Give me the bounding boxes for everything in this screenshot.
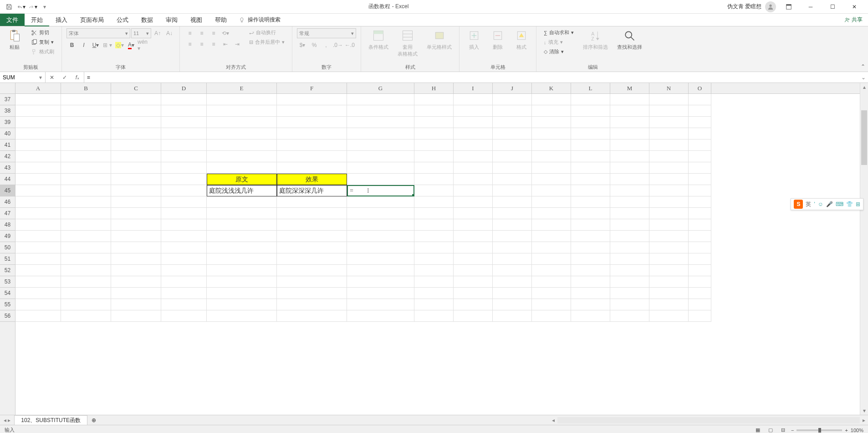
cell-J47[interactable] [493,208,532,219]
cell-N41[interactable] [649,139,689,151]
add-sheet-button[interactable]: ⊕ [87,415,100,425]
cell-G47[interactable] [347,208,414,219]
cell-G39[interactable] [347,117,414,128]
cell-L52[interactable] [571,265,610,276]
cell-B38[interactable] [61,105,111,117]
cell-M53[interactable] [610,276,649,288]
page-layout-view-button[interactable]: ▢ [766,426,776,433]
currency-button[interactable]: $▾ [297,40,308,50]
cell-L53[interactable] [571,276,610,288]
cell-J50[interactable] [493,242,532,253]
cell-I55[interactable] [454,299,493,310]
phonetic-button[interactable]: wén ▾ [138,40,148,50]
cell-A37[interactable] [15,94,61,105]
cell-F55[interactable] [277,299,347,310]
normal-view-button[interactable]: ▦ [753,426,763,433]
cell-A49[interactable] [15,231,61,242]
cell-K45[interactable] [532,185,571,196]
cell-L44[interactable] [571,174,610,185]
cell-E43[interactable] [207,162,277,174]
cell-D46[interactable] [161,196,207,208]
cell-I48[interactable] [454,219,493,231]
cell-J48[interactable] [493,219,532,231]
cell-B56[interactable] [61,310,111,322]
cell-K54[interactable] [532,288,571,299]
cell-E51[interactable] [207,253,277,265]
cell-H44[interactable] [414,174,454,185]
cell-F45[interactable]: 庭院深深深几许 [277,185,347,196]
row-header[interactable]: 39 [0,117,15,128]
row-header[interactable]: 55 [0,299,15,310]
cell-N54[interactable] [649,288,689,299]
cell-F54[interactable] [277,288,347,299]
page-break-view-button[interactable]: ⊟ [778,426,788,433]
row-header[interactable]: 51 [0,253,15,265]
cell-N55[interactable] [649,299,689,310]
cell-E38[interactable] [207,105,277,117]
cell-A56[interactable] [15,310,61,322]
cell-H46[interactable] [414,196,454,208]
cell-N51[interactable] [649,253,689,265]
cell-O50[interactable] [689,242,711,253]
cell-L50[interactable] [571,242,610,253]
cell-J44[interactable] [493,174,532,185]
shrink-font-button[interactable]: A↓ [164,28,175,38]
cell-G38[interactable] [347,105,414,117]
undo-button[interactable]: ▾ [15,1,26,12]
cell-G50[interactable] [347,242,414,253]
cell-G42[interactable] [347,151,414,162]
underline-button[interactable]: U ▾ [90,40,101,50]
cell-C50[interactable] [111,242,161,253]
cell-A41[interactable] [15,139,61,151]
cell-A48[interactable] [15,219,61,231]
cell-G45[interactable]: =I [347,185,414,196]
cell-O46[interactable] [689,196,711,208]
cell-L54[interactable] [571,288,610,299]
cell-G49[interactable] [347,231,414,242]
cell-I56[interactable] [454,310,493,322]
cell-K50[interactable] [532,242,571,253]
cell-I41[interactable] [454,139,493,151]
cell-E56[interactable] [207,310,277,322]
cell-N39[interactable] [649,117,689,128]
name-box-input[interactable] [3,74,39,81]
cell-J56[interactable] [493,310,532,322]
cell-G51[interactable] [347,253,414,265]
cell-A52[interactable] [15,265,61,276]
cell-L40[interactable] [571,128,610,139]
cell-O55[interactable] [689,299,711,310]
cell-C55[interactable] [111,299,161,310]
fill-button[interactable]: ↓ 填充 ▾ [541,38,577,46]
cell-B39[interactable] [61,117,111,128]
bold-button[interactable]: B [66,40,77,50]
cell-C49[interactable] [111,231,161,242]
select-all-corner[interactable] [0,83,15,94]
col-header[interactable]: I [454,83,493,93]
cell-F50[interactable] [277,242,347,253]
row-header[interactable]: 52 [0,265,15,276]
cell-K47[interactable] [532,208,571,219]
tab-file[interactable]: 文件 [0,14,25,26]
cell-M41[interactable] [610,139,649,151]
cell-C38[interactable] [111,105,161,117]
grow-font-button[interactable]: A↑ [152,28,163,38]
cell-N38[interactable] [649,105,689,117]
cell-E47[interactable] [207,208,277,219]
cell-O52[interactable] [689,265,711,276]
cell-D47[interactable] [161,208,207,219]
cell-M44[interactable] [610,174,649,185]
cell-D41[interactable] [161,139,207,151]
col-header[interactable]: M [610,83,649,93]
cell-E53[interactable] [207,276,277,288]
cell-A50[interactable] [15,242,61,253]
cell-H38[interactable] [414,105,454,117]
cell-O45[interactable] [689,185,711,196]
cell-D48[interactable] [161,219,207,231]
cell-O42[interactable] [689,151,711,162]
cell-H51[interactable] [414,253,454,265]
scroll-down-button[interactable]: ▾ [860,407,868,415]
clear-button[interactable]: ◇ 清除 ▾ [541,47,577,56]
cell-K39[interactable] [532,117,571,128]
tab-view[interactable]: 视图 [184,14,209,26]
cell-H54[interactable] [414,288,454,299]
